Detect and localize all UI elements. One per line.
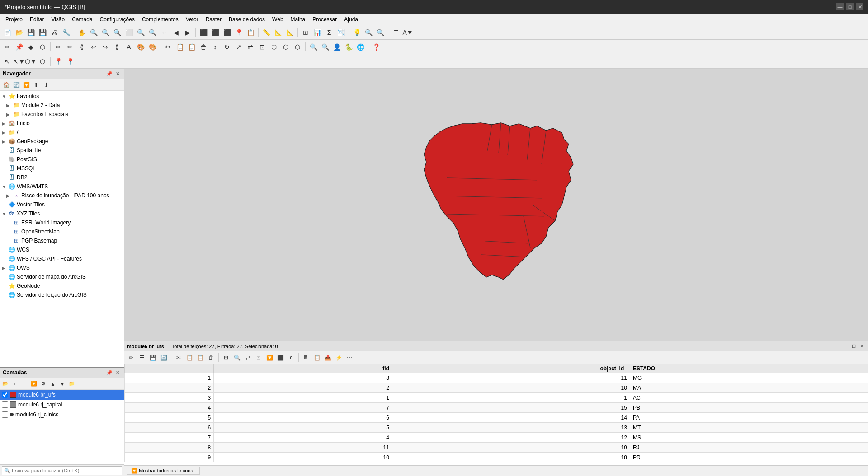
menu-web[interactable]: Web [269, 14, 287, 25]
tree-item-ows[interactable]: ▶ 🌐 OWS [0, 263, 124, 272]
cursor2-btn[interactable]: ↖▼ [14, 56, 24, 67]
filter-layer-btn[interactable]: 🔽 [29, 379, 38, 388]
attr-close-btn[interactable]: ✕ [858, 343, 865, 350]
edit-undo-many-btn[interactable]: ⟪ [76, 42, 87, 52]
attr-deselect-btn[interactable]: ⊡ [254, 353, 264, 363]
cursor-btn[interactable]: ↖ [2, 56, 13, 67]
scale-btn[interactable]: ⤢ [233, 42, 244, 52]
locate-btn[interactable]: 📍 [53, 56, 64, 67]
measure-angle-btn[interactable]: 📐 [284, 27, 295, 38]
tree-item-arcgis-feature[interactable]: 🌐 Servidor de feição do ArcGIS [0, 290, 124, 299]
nav-collapse-btn[interactable]: ⬆ [32, 80, 41, 89]
graph-btn[interactable]: 📉 [335, 27, 346, 38]
tree-item-fav-espaciais[interactable]: ▶ 📁 Favoritos Espaciais [0, 110, 124, 119]
attr-form-btn[interactable]: 📋 [312, 353, 322, 363]
table-row[interactable]: 5 6 14 PA [125, 413, 868, 423]
maximize-button[interactable]: □ [846, 3, 854, 10]
paste-btn[interactable]: 📋 [186, 42, 197, 52]
zoom-out-btn[interactable]: 🔍 [112, 27, 123, 38]
close-button[interactable]: ✕ [856, 3, 863, 10]
layer-checkbox-rj-capital[interactable] [2, 401, 8, 408]
layer-checkbox-br-ufs[interactable] [2, 392, 8, 398]
new-project-btn[interactable]: 📄 [2, 27, 13, 38]
nav-refresh-btn[interactable]: 🔄 [12, 80, 21, 89]
vertex-btn[interactable]: ⬡ [37, 42, 48, 52]
edit-draw-btn[interactable]: ✏ [65, 42, 75, 52]
tips-btn[interactable]: 💡 [351, 27, 362, 38]
attr-dock-btn[interactable]: ⊡ [850, 343, 857, 350]
attr-zoom-btn[interactable]: 🔍 [232, 353, 242, 363]
pan-btn[interactable]: ✋ [76, 27, 87, 38]
table-row[interactable]: 6 5 13 MT [125, 423, 868, 433]
attr-export-btn[interactable]: 📤 [323, 353, 333, 363]
show-all-btn[interactable]: 🔽 Mostrar todos os feições . [127, 467, 200, 475]
edit-undo-btn[interactable]: ↩ [88, 42, 99, 52]
python-btn[interactable]: 🐍 [343, 42, 354, 52]
digitize-btn[interactable]: 📌 [14, 42, 24, 52]
menu-complementos[interactable]: Complementos [138, 14, 182, 25]
menu-projeto[interactable]: Projeto [2, 14, 26, 25]
save-as-btn[interactable]: 💾 [37, 27, 48, 38]
reshape-btn[interactable]: ⬡ [269, 42, 279, 52]
attr-multiline-btn[interactable]: ☰ [137, 353, 147, 363]
nav-filter-btn[interactable]: 🔽 [22, 80, 31, 89]
col-header-oid[interactable]: object_id_ [392, 364, 630, 373]
attr-copy-btn[interactable]: 📋 [184, 353, 194, 363]
select2-btn[interactable]: ⬛ [210, 27, 221, 38]
menu-editar[interactable]: Editar [26, 14, 47, 25]
minimize-button[interactable]: — [836, 3, 844, 10]
nav-close-btn[interactable]: ✕ [114, 70, 121, 77]
tree-item-risco[interactable]: ▶ ⬦ Risco de inundação LiPAD 100 anos [0, 191, 124, 200]
layer-down-btn[interactable]: ▼ [58, 379, 67, 388]
tree-item-wfs[interactable]: 🌐 WFS / OGC API - Features [0, 254, 124, 263]
attr-field-calc-btn[interactable]: 🖩 [301, 353, 311, 363]
tree-item-mssql[interactable]: 🗄 MSSQL [0, 164, 124, 173]
zoom-selection-btn[interactable]: 🔍 [147, 27, 158, 38]
tree-item-pgp[interactable]: ⊞ PGP Basemap [0, 236, 124, 245]
next-extent-btn[interactable]: ▶ [182, 27, 193, 38]
edit-pen-btn[interactable]: ✏ [53, 42, 64, 52]
layer-item-rj-clinics[interactable]: module6 rj_clinics [0, 410, 124, 420]
deselect-btn[interactable]: ⬛ [222, 27, 232, 38]
layer-props-btn[interactable]: ⚙ [39, 379, 48, 388]
label-btn[interactable]: A [123, 42, 134, 52]
tree-item-vector-tiles[interactable]: 🔷 Vector Tiles [0, 200, 124, 209]
pan-map-btn[interactable]: ↔ [159, 27, 170, 38]
table-row[interactable]: 2 2 10 MA [125, 383, 868, 393]
node-btn[interactable]: ◆ [25, 42, 36, 52]
flip-btn[interactable]: ⇄ [245, 42, 256, 52]
tree-item-esri[interactable]: ⊞ ESRI World Imagery [0, 218, 124, 227]
attr-edit-btn[interactable]: ✏ [126, 353, 136, 363]
layer-group-btn[interactable]: 📁 [67, 379, 76, 388]
map-canvas[interactable] [124, 69, 868, 341]
layers-pin-btn[interactable]: 📌 [106, 369, 113, 376]
cut-btn[interactable]: ✂ [163, 42, 174, 52]
table-row[interactable]: 3 1 1 AC [125, 393, 868, 403]
zoom-in-btn[interactable]: 🔍 [100, 27, 111, 38]
move-btn[interactable]: ↕ [210, 42, 221, 52]
anno-btn[interactable]: A▼ [402, 27, 413, 38]
tree-item-wms[interactable]: ▼ 🌐 WMS/WMTS [0, 182, 124, 191]
attr-invert-btn[interactable]: ⇄ [243, 353, 253, 363]
tile-btn[interactable]: ⊞ [300, 27, 311, 38]
attr-select-col-btn[interactable]: ⬛ [275, 353, 285, 363]
tree-item-spatialite[interactable]: 🗄 SpatiaLite [0, 146, 124, 155]
nav-pin-btn[interactable]: 📌 [106, 70, 113, 77]
tree-item-inicio[interactable]: ▶ 🏠 Início [0, 119, 124, 128]
earth-btn[interactable]: 🌐 [355, 42, 366, 52]
layers-close-btn[interactable]: ✕ [114, 369, 121, 376]
color-btn[interactable]: 🎨 [135, 42, 146, 52]
layer-up-btn[interactable]: ▲ [48, 379, 57, 388]
attr-table-wrap[interactable]: fid object_id_ ESTADO 1 3 11 MG 2 2 10 M… [124, 364, 868, 465]
attr-paste-btn[interactable]: 📋 [195, 353, 205, 363]
identify-btn[interactable]: 🔍 [88, 27, 99, 38]
attr-pan-btn[interactable]: ⊞ [221, 353, 231, 363]
table-row[interactable]: 7 4 12 MS [125, 433, 868, 443]
layer-more-btn[interactable]: ⋯ [77, 379, 86, 388]
tree-item-wcs[interactable]: 🌐 WCS [0, 245, 124, 254]
tree-item-arcgis-map[interactable]: 🌐 Servidor de mapa do ArcGIS [0, 272, 124, 281]
tree-item-osm[interactable]: ⊞ OpenStreetMap [0, 227, 124, 236]
nav-settings-btn[interactable]: ℹ [42, 80, 51, 89]
remove-layer-btn[interactable]: − [20, 379, 29, 388]
menu-base-dados[interactable]: Base de dados [225, 14, 269, 25]
